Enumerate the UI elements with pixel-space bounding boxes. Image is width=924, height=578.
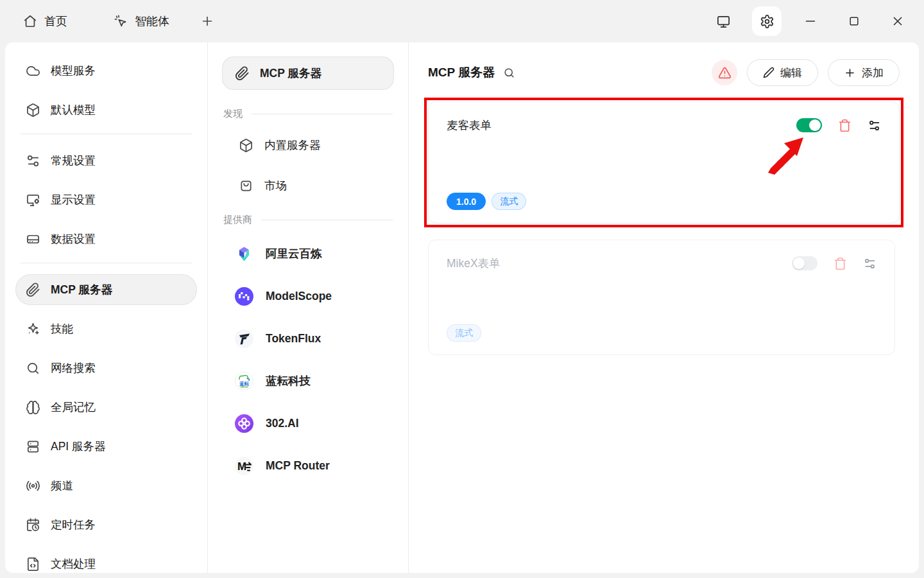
lanyun-logo: 蓝耘LANYUN <box>235 372 253 390</box>
home-icon <box>23 14 37 28</box>
section-title: 发现 <box>223 108 243 120</box>
nav-item-mcp-servers-selected[interactable]: MCP 服务器 <box>222 57 394 90</box>
tab-agents-label: 智能体 <box>135 13 169 29</box>
maximize-icon <box>848 15 860 28</box>
sidebar-item-global-memory[interactable]: 全局记忆 <box>15 392 197 423</box>
search-icon <box>26 361 40 376</box>
section-divider <box>261 220 393 220</box>
sidebar-item-api-server[interactable]: API 服务器 <box>15 431 197 462</box>
new-tab-button[interactable] <box>200 14 214 28</box>
provider-label: 302.AI <box>266 417 299 430</box>
delete-icon[interactable] <box>834 257 847 270</box>
sidebar-item-label: 模型服务 <box>51 63 96 78</box>
add-button[interactable]: 添加 <box>828 59 900 86</box>
card-header-row: MikeX表单 <box>447 256 877 271</box>
nav-item-label: MCP 服务器 <box>260 66 321 81</box>
edit-button-label: 编辑 <box>780 66 802 80</box>
sidebar-item-label: 文档处理 <box>51 556 96 572</box>
sidebar-item-general-settings[interactable]: 常规设置 <box>15 145 197 176</box>
version-badge: 1.0.0 <box>447 193 486 210</box>
warning-badge[interactable] <box>712 60 737 85</box>
radio-icon <box>26 478 40 493</box>
card-tags: 1.0.0 流式 <box>447 193 881 210</box>
close-button[interactable] <box>883 6 912 36</box>
provider-tokenflux[interactable]: TokenFlux <box>222 317 394 360</box>
enable-toggle[interactable] <box>792 256 817 270</box>
display-mode-button[interactable] <box>708 6 738 36</box>
tab-agents[interactable]: 智能体 <box>114 13 169 29</box>
modelscope-logo <box>235 287 253 306</box>
calendar-clock-icon <box>26 518 40 532</box>
provider-lanyun[interactable]: 蓝耘LANYUN 蓝耘科技 <box>222 360 394 402</box>
provider-label: 蓝耘科技 <box>266 373 311 389</box>
sidebar-item-mcp-servers[interactable]: MCP 服务器 <box>15 274 197 305</box>
minimize-icon <box>803 14 817 28</box>
sidebar-item-scheduled-tasks[interactable]: 定时任务 <box>15 509 197 540</box>
server-card[interactable]: MikeX表单 流式 <box>428 240 895 355</box>
provider-302ai[interactable]: 302.AI <box>222 402 394 444</box>
add-button-label: 添加 <box>862 66 884 80</box>
mcp-nav-column: MCP 服务器 发现 内置服务器 市场 提供商 阿里云百炼 <box>207 42 409 573</box>
server-card[interactable]: 麦客表单 1.0.0 流式 <box>428 101 900 223</box>
sparkles-icon <box>26 322 40 337</box>
cloud-icon <box>26 64 40 78</box>
server-icon <box>26 439 40 454</box>
nav-item-builtin-servers[interactable]: 内置服务器 <box>222 130 394 161</box>
file-code-icon <box>26 557 40 572</box>
title-bar: 首页 智能体 <box>0 0 924 42</box>
provider-label: 阿里云百炼 <box>266 246 322 261</box>
sliders-icon <box>26 153 40 168</box>
server-settings-icon[interactable] <box>863 257 877 270</box>
sidebar-item-skills[interactable]: 技能 <box>15 313 197 344</box>
plus-icon <box>844 67 856 79</box>
sidebar-item-label: 全局记忆 <box>51 399 96 415</box>
sidebar-divider <box>21 263 192 263</box>
minimize-button[interactable] <box>796 6 825 36</box>
brain-icon <box>26 400 40 415</box>
maximize-button[interactable] <box>839 6 869 36</box>
sidebar-item-model-services[interactable]: 模型服务 <box>15 55 197 86</box>
toggle-knob <box>809 119 821 131</box>
provider-label: TokenFlux <box>266 332 321 346</box>
search-icon[interactable] <box>503 67 515 79</box>
mcp-content: MCP 服务器 编辑 添加 <box>409 42 919 573</box>
nav-item-marketplace[interactable]: 市场 <box>222 170 394 201</box>
section-discover: 发现 <box>223 108 393 120</box>
nav-item-label: 内置服务器 <box>264 137 321 153</box>
shopping-bag-icon <box>239 179 253 193</box>
page-title: MCP 服务器 <box>428 64 495 81</box>
sidebar-item-display-settings[interactable]: 显示设置 <box>15 184 197 215</box>
sidebar-item-label: MCP 服务器 <box>51 282 112 297</box>
provider-mcp-router[interactable]: M MCP Router <box>222 444 394 487</box>
enable-toggle[interactable] <box>796 118 822 132</box>
card-actions <box>792 256 877 270</box>
nav-item-label: 市场 <box>264 178 287 193</box>
section-providers: 提供商 <box>223 214 393 226</box>
section-divider <box>252 114 393 114</box>
card-header-row: 麦客表单 <box>447 118 881 133</box>
sidebar-item-data-settings[interactable]: 数据设置 <box>15 223 197 254</box>
section-title: 提供商 <box>223 214 252 226</box>
alert-triangle-icon <box>718 66 732 80</box>
edit-button[interactable]: 编辑 <box>747 59 818 86</box>
sidebar-item-document-processing[interactable]: 文档处理 <box>15 548 197 573</box>
sidebar-item-channels[interactable]: 频道 <box>15 470 197 501</box>
tab-home[interactable]: 首页 <box>23 13 67 29</box>
package-icon <box>26 103 40 118</box>
sidebar-item-default-models[interactable]: 默认模型 <box>15 94 197 125</box>
svg-text:M: M <box>237 460 246 472</box>
close-icon <box>891 14 905 28</box>
server-settings-icon[interactable] <box>868 119 881 132</box>
display-settings-icon <box>26 193 40 207</box>
sidebar-divider <box>21 134 192 134</box>
mcp-icon <box>235 66 250 81</box>
tokenflux-logo <box>235 329 253 348</box>
provider-modelscope[interactable]: ModelScope <box>222 275 394 317</box>
sidebar-item-label: 频道 <box>51 478 73 493</box>
settings-button[interactable] <box>752 6 782 36</box>
sidebar-item-label: 数据设置 <box>51 231 96 247</box>
delete-icon[interactable] <box>838 119 851 132</box>
provider-bailian[interactable]: 阿里云百炼 <box>222 232 394 275</box>
sidebar-item-label: 网络搜索 <box>51 360 96 376</box>
sidebar-item-web-search[interactable]: 网络搜索 <box>15 353 197 383</box>
